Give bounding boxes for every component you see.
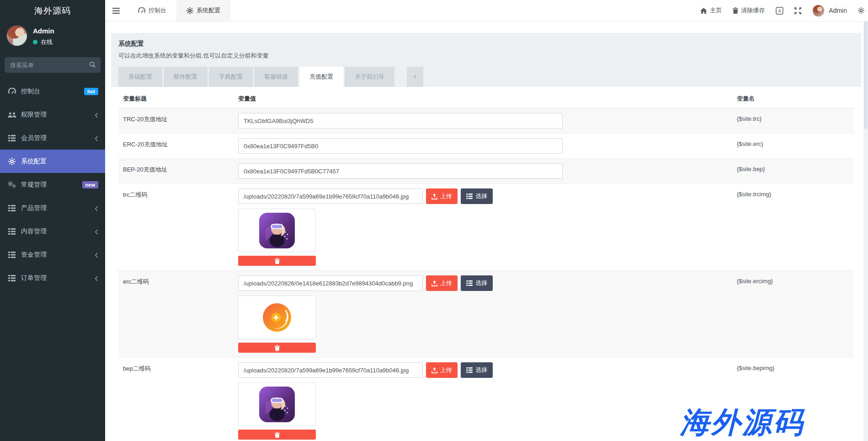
sidebar-item-orders[interactable]: 订单管理 [0,266,105,290]
sidebar-item-contents[interactable]: 内容管理 [0,220,105,243]
erc-qrcode-path-input[interactable] [238,275,423,291]
delete-image-button[interactable] [238,256,316,266]
list-icon [7,252,17,258]
upload-button[interactable]: 上传 [426,188,458,204]
upload-label: 上传 [440,366,452,374]
fullscreen-button[interactable] [794,7,801,14]
user-status-label: 在线 [41,38,53,46]
settings-button[interactable] [858,7,864,14]
chevron-left-icon [95,251,98,258]
topbar-tab-label: 系统配置 [197,6,220,15]
row-value: 上传 选择 [234,184,732,270]
topbar-user-menu[interactable]: Admin [812,5,847,17]
topbar-tab-dashboard[interactable]: 控制台 [128,0,176,21]
topbar: 控制台 系统配置 主页 清除缓存 Admin [105,0,868,22]
upload-button[interactable]: 上传 [426,362,458,378]
sidebar-item-label: 产品管理 [21,204,47,212]
delete-image-button[interactable] [238,430,316,440]
list-icon [466,367,473,373]
tab-recharge-config[interactable]: 充值配置 [299,67,343,87]
panel-header: 系统配置 可以在此增改系统的变量和分组,也可以自定义分组和变量 基础配置 邮件配… [111,33,861,87]
gear-icon [7,158,17,165]
scrollbar-thumb[interactable] [864,22,868,129]
row-value: 上传 选择 [234,358,732,441]
row-title: TRC-20充值地址 [118,108,234,130]
chevron-left-icon [95,134,98,142]
choose-button[interactable]: 选择 [461,188,493,204]
user-name: Admin [33,27,54,35]
clear-cache-label: 清除缓存 [741,6,765,15]
sidebar-item-dashboard[interactable]: 控制台 hot [0,80,105,103]
list-icon [7,205,17,211]
erc-address-input[interactable] [238,138,563,154]
choose-label: 选择 [475,279,487,287]
new-badge: new [82,181,98,188]
orange-swirl-icon [261,302,293,333]
sidebar-toggle-button[interactable] [105,0,128,21]
bep-qrcode-path-input[interactable] [238,362,423,378]
row-title: bep二维码 [118,358,234,380]
column-header: 变量标题 [118,90,234,108]
upload-icon [431,367,437,373]
user-info: Admin 在线 [33,25,54,46]
upload-icon [431,280,437,286]
translate-button[interactable] [776,7,783,15]
tab-dictionary-config[interactable]: 字典配置 [209,67,253,87]
table-row: ERC-20充值地址 {$site.erc} [118,134,854,159]
list-icon [7,275,17,281]
choose-button[interactable]: 选择 [461,275,493,291]
home-label: 主页 [710,6,722,15]
tab-service-links[interactable]: 客服链接 [254,67,298,87]
trc-address-input[interactable] [238,113,563,129]
sidebar-item-permissions[interactable]: 权限管理 [0,103,105,126]
trc-qrcode-path-input[interactable] [238,188,423,204]
user-status: 在线 [33,38,54,46]
topbar-tab-system-config[interactable]: 系统配置 [176,0,230,21]
sidebar-item-label: 会员管理 [21,134,47,142]
page-title: 系统配置 [118,40,854,48]
gear-icon [186,7,193,14]
table-row: bep二维码 上传 选择 [118,358,854,441]
topbar-tab-label: 控制台 [149,6,166,15]
tab-mail-config[interactable]: 邮件配置 [164,67,208,87]
trash-icon [275,432,280,438]
image-preview[interactable] [238,296,316,339]
avatar [6,25,27,46]
upload-button[interactable]: 上传 [426,275,458,291]
sidebar-item-label: 内容管理 [21,227,47,236]
home-link[interactable]: 主页 [700,6,722,15]
row-variable: {$site.erc} [732,134,854,154]
column-header: 变量值 [234,90,732,108]
sidebar-item-system-config[interactable]: 系统配置 [0,150,105,173]
sidebar-item-label: 系统配置 [21,157,47,166]
sidebar-item-products[interactable]: 产品管理 [0,196,105,220]
choose-button[interactable]: 选择 [461,362,493,378]
sidebar: 海外源码 Admin 在线 控制台 hot 权限管理 会员管理 [0,0,105,441]
users-icon [7,112,17,118]
topbar-right: 主页 清除缓存 Admin [700,0,868,21]
tab-about-us[interactable]: 关于我们等 [345,67,394,87]
vertical-scrollbar[interactable] [863,22,868,441]
image-preview[interactable] [238,382,316,426]
sidebar-item-general[interactable]: 常规管理 new [0,173,105,196]
trash-icon [275,258,280,264]
delete-image-button[interactable] [238,343,316,353]
add-tab-button[interactable]: + [407,67,423,87]
sidebar-item-members[interactable]: 会员管理 [0,126,105,150]
image-preview[interactable] [238,209,316,252]
list-icon [7,135,17,141]
search-input[interactable] [5,57,101,73]
row-title: trc二维码 [118,184,234,206]
tachometer-icon [7,88,17,95]
bep-address-input[interactable] [238,163,563,179]
upload-label: 上传 [440,192,452,200]
clear-cache-link[interactable]: 清除缓存 [733,6,765,15]
sidebar-item-funds[interactable]: 资金管理 [0,243,105,266]
row-value [234,108,732,133]
table-row: trc二维码 上传 选择 [118,184,854,271]
tachometer-icon [138,7,145,14]
row-title: ERC-20充值地址 [118,134,234,156]
sidebar-item-label: 资金管理 [21,251,47,259]
tab-basic-config[interactable]: 基础配置 [118,67,162,87]
choose-label: 选择 [475,192,487,200]
